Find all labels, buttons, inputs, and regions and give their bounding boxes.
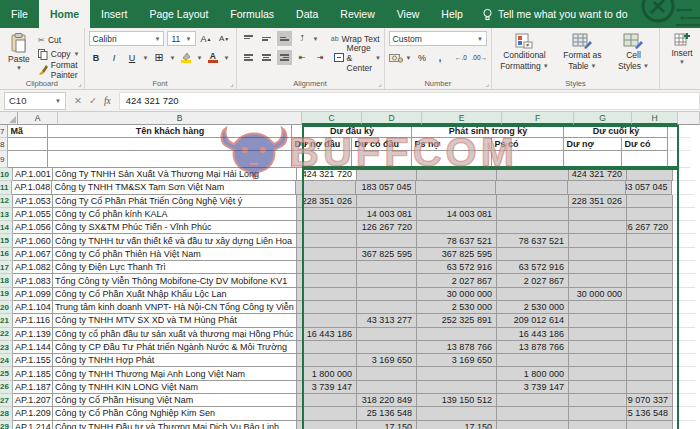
- cell-d15[interactable]: [357, 234, 417, 247]
- cell-g24[interactable]: [569, 354, 627, 367]
- cell-b8[interactable]: [48, 138, 292, 151]
- cell-subheader-c[interactable]: Dư nợ đầu: [292, 138, 352, 151]
- cell-code-14[interactable]: AP.1.056: [13, 221, 53, 234]
- row-header-26[interactable]: 26: [0, 381, 13, 394]
- bold-button[interactable]: B: [89, 50, 104, 65]
- cell-h19[interactable]: [627, 288, 673, 301]
- row-header-21[interactable]: 21: [0, 314, 13, 327]
- select-all-corner[interactable]: [0, 112, 18, 125]
- cell-c27[interactable]: [297, 394, 357, 407]
- enter-icon[interactable]: ✓: [89, 95, 97, 106]
- cell-h22[interactable]: [627, 328, 673, 341]
- row-header-17[interactable]: 17: [0, 261, 13, 274]
- cell-name-21[interactable]: Công ty TNHH MTV SX XD và TM Hùng Phát: [53, 314, 297, 327]
- cell-name-20[interactable]: Trung tâm kinh doanh VNPT- Hà Nội-CN Tổn…: [53, 301, 297, 314]
- cell-du-dau-ky[interactable]: Dư đầu kỳ: [292, 125, 412, 138]
- cell-code-29[interactable]: AP.1.214: [13, 421, 53, 429]
- cell-h11[interactable]: 183 057 045: [626, 181, 672, 194]
- row-header-27[interactable]: 27: [0, 394, 13, 407]
- font-size-combo[interactable]: 11▼: [167, 31, 195, 46]
- italic-button[interactable]: I: [107, 50, 122, 65]
- cell-e19[interactable]: 30 000 000: [417, 288, 497, 301]
- cell-h15[interactable]: [627, 234, 673, 247]
- cell-subheader-f[interactable]: Ps có: [492, 138, 564, 151]
- column-header-c[interactable]: C: [302, 112, 362, 125]
- row-header-7[interactable]: 7: [0, 125, 8, 138]
- cell-code-22[interactable]: AP.1.139: [13, 328, 53, 341]
- cell-name-23[interactable]: Công ty CP Đầu Tư Phát triển Ngành Nước …: [53, 341, 297, 354]
- grow-font-button[interactable]: A▲: [199, 31, 214, 46]
- cell-c14[interactable]: [297, 221, 357, 234]
- font-color-button[interactable]: A: [205, 50, 220, 65]
- comma-style-button[interactable]: ,: [433, 50, 448, 65]
- cell-g14[interactable]: [569, 221, 627, 234]
- cell-d16[interactable]: 367 825 595: [357, 248, 417, 261]
- cell-g25[interactable]: [569, 367, 627, 380]
- orientation-button[interactable]: ⤴: [295, 31, 310, 46]
- cell-f25[interactable]: 1 800 000: [497, 367, 569, 380]
- name-box[interactable]: C10 ▼: [4, 92, 66, 110]
- column-header-b[interactable]: B: [58, 112, 302, 125]
- row-header-22[interactable]: 22: [0, 328, 13, 341]
- insert-cells-button[interactable]: Insert ▼: [664, 31, 700, 77]
- cell-subheader-d[interactable]: Dư có đầu: [352, 138, 412, 151]
- cell-f23[interactable]: 13 878 766: [497, 341, 569, 354]
- cell-c20[interactable]: [297, 301, 357, 314]
- cell-a9[interactable]: [8, 151, 48, 168]
- borders-button[interactable]: ⊞: [152, 50, 167, 65]
- merge-center-caret-icon[interactable]: ▼: [375, 55, 381, 61]
- alignment-dialog-launcher-icon[interactable]: ⌟: [378, 80, 381, 88]
- cell-phat-sinh-trong-ky[interactable]: Phát sinh trong kỳ: [412, 125, 564, 138]
- row-header-18[interactable]: 18: [0, 274, 13, 287]
- cell-code-16[interactable]: AP.1.067: [13, 248, 53, 261]
- align-middle-icon[interactable]: [259, 31, 274, 46]
- cell-e22[interactable]: [417, 328, 497, 341]
- cell-e24[interactable]: 3 169 650: [417, 354, 497, 367]
- font-color-caret-icon[interactable]: ▼: [223, 55, 229, 61]
- cell-f28[interactable]: [497, 407, 569, 420]
- cell-c22[interactable]: 16 443 186: [297, 328, 357, 341]
- row-header-20[interactable]: 20: [0, 301, 13, 314]
- cell-g15[interactable]: [569, 234, 627, 247]
- cell-e10[interactable]: [417, 168, 497, 181]
- increase-decimal-button[interactable]: ←.0: [454, 50, 469, 65]
- cell-name-17[interactable]: Công ty Điện Lực Thanh Trì: [53, 261, 297, 274]
- align-center-icon[interactable]: [259, 50, 274, 65]
- align-right-icon[interactable]: [277, 50, 292, 65]
- tab-insert[interactable]: Insert: [90, 0, 138, 28]
- cell-g13[interactable]: [569, 208, 627, 221]
- cell-code-17[interactable]: AP.1.082: [13, 261, 53, 274]
- tab-view[interactable]: View: [386, 0, 431, 28]
- cell-e14[interactable]: [417, 221, 497, 234]
- formula-input[interactable]: 424 321 720: [119, 92, 700, 110]
- cell-d24[interactable]: 3 169 650: [357, 354, 417, 367]
- tell-me-box[interactable]: Tell me what you want to do: [474, 0, 636, 28]
- cell-f21[interactable]: 209 012 614: [497, 314, 569, 327]
- cell-f12[interactable]: [497, 195, 569, 208]
- row-header-19[interactable]: 19: [0, 288, 13, 301]
- cell-a7[interactable]: Mã: [8, 125, 48, 138]
- column-header-d[interactable]: D: [362, 112, 422, 125]
- cell-code-19[interactable]: AP.1.099: [13, 288, 53, 301]
- cell-name-10[interactable]: Công Ty TNHH Sản Xuất Và Thương Mại Hải …: [53, 168, 297, 181]
- cell-e18[interactable]: 2 027 867: [417, 274, 497, 287]
- row-header-9[interactable]: 9: [0, 151, 8, 168]
- cell-d10[interactable]: [357, 168, 417, 181]
- cell-d14[interactable]: 126 267 720: [357, 221, 417, 234]
- row-header-28[interactable]: 28: [0, 407, 13, 420]
- paste-button[interactable]: Paste ▼: [4, 31, 34, 77]
- tab-data[interactable]: Data: [285, 0, 329, 28]
- cell-d17[interactable]: [357, 261, 417, 274]
- cell-subheader-h[interactable]: Dư có: [622, 138, 668, 151]
- row-header-10[interactable]: 10: [0, 168, 13, 181]
- fill-color-caret-icon[interactable]: ▼: [196, 55, 202, 61]
- cell-h10[interactable]: [627, 168, 673, 181]
- cell-e29[interactable]: 17 150: [417, 421, 497, 429]
- cell-code-23[interactable]: AP.1.144: [13, 341, 53, 354]
- cell-code-28[interactable]: AP.1.209: [13, 407, 53, 420]
- cell-d20[interactable]: [357, 301, 417, 314]
- cell-c24[interactable]: [297, 354, 357, 367]
- row-header-11[interactable]: 11: [0, 181, 12, 194]
- cell-d12[interactable]: [357, 195, 417, 208]
- cell-c18[interactable]: [297, 274, 357, 287]
